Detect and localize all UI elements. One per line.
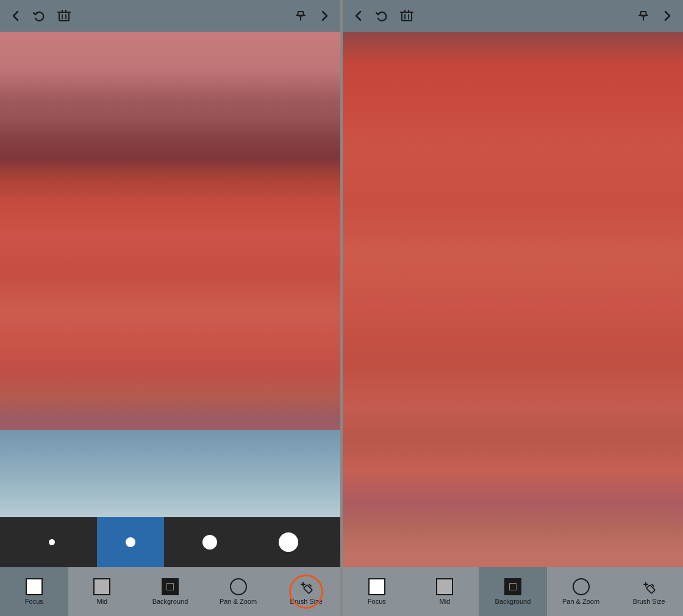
delete-button-right[interactable] xyxy=(400,9,413,23)
brush-dot-xlarge xyxy=(279,532,298,552)
background-inner-left xyxy=(166,583,174,590)
mid-button-right[interactable]: Mid xyxy=(411,567,479,616)
brush-size-small[interactable] xyxy=(18,517,85,567)
undo-button[interactable] xyxy=(33,10,46,22)
svg-rect-0 xyxy=(59,12,69,21)
brush-dot-small xyxy=(49,539,55,545)
brush-size-label-left: Brush Size xyxy=(290,598,323,605)
right-photo-area[interactable] xyxy=(343,32,683,567)
back-button-right[interactable] xyxy=(352,10,365,22)
svg-line-23 xyxy=(652,584,654,586)
right-toolbar-left xyxy=(352,9,413,23)
mid-label-right: Mid xyxy=(440,598,451,605)
brush-size-icon-left xyxy=(298,578,315,595)
left-toolbar-left xyxy=(10,9,71,23)
right-toolbar xyxy=(343,0,683,32)
focus-label-right: Focus xyxy=(368,598,386,605)
pan-zoom-button-right[interactable]: Pan & Zoom xyxy=(547,567,615,616)
pan-zoom-icon-right xyxy=(573,578,590,595)
brush-size-xlarge[interactable] xyxy=(255,517,322,567)
right-panel: Focus Mid Background Pan & Zoom xyxy=(343,0,683,616)
back-button[interactable] xyxy=(10,10,22,22)
background-button-right[interactable]: Background xyxy=(479,567,547,616)
brush-size-label-right: Brush Size xyxy=(633,598,665,605)
svg-rect-12 xyxy=(402,12,412,21)
brush-size-svg-right xyxy=(640,578,657,595)
left-bottom-toolbar: Focus Mid Background Pan & Zoom xyxy=(0,567,340,616)
pin-icon-right[interactable] xyxy=(637,9,650,23)
pan-zoom-button-left[interactable]: Pan & Zoom xyxy=(204,567,273,616)
forward-button[interactable] xyxy=(318,10,331,22)
brush-dot-medium xyxy=(126,537,135,547)
background-button-left[interactable]: Background xyxy=(136,567,204,616)
left-panel: Focus Mid Background Pan & Zoom xyxy=(0,0,340,616)
background-inner-right xyxy=(509,583,517,590)
delete-button[interactable] xyxy=(57,9,71,23)
left-toolbar xyxy=(0,0,340,32)
focus-icon-right xyxy=(368,578,385,595)
brush-size-button-left[interactable]: Brush Size xyxy=(272,567,340,616)
left-toolbar-right xyxy=(294,9,331,23)
right-toolbar-right xyxy=(637,9,673,23)
pan-zoom-label-right: Pan & Zoom xyxy=(562,598,599,605)
focus-button-left[interactable]: Focus xyxy=(0,567,68,616)
focus-icon-left xyxy=(26,578,43,595)
left-brush-size-bar xyxy=(0,517,340,567)
mid-button-left[interactable]: Mid xyxy=(68,567,137,616)
brush-size-large[interactable] xyxy=(176,517,243,567)
left-photo-area[interactable] xyxy=(0,32,340,517)
left-photo-base xyxy=(0,32,340,517)
forward-button-right[interactable] xyxy=(661,10,673,22)
brush-dot-large xyxy=(202,535,217,550)
pan-zoom-label-left: Pan & Zoom xyxy=(220,598,257,605)
pin-icon[interactable] xyxy=(294,9,307,23)
brush-size-button-right[interactable]: Brush Size xyxy=(615,567,683,616)
background-icon-right xyxy=(504,578,521,595)
mid-icon-right xyxy=(436,578,453,595)
mid-icon-left xyxy=(93,578,110,595)
brush-size-svg-left xyxy=(298,578,315,595)
focus-label-left: Focus xyxy=(25,598,43,605)
brush-size-medium[interactable] xyxy=(97,517,164,567)
brush-size-icon-right xyxy=(640,578,657,595)
focus-button-right[interactable]: Focus xyxy=(343,567,411,616)
pan-zoom-icon-left xyxy=(230,578,247,595)
undo-button-right[interactable] xyxy=(376,10,389,22)
mid-label-left: Mid xyxy=(97,598,108,605)
right-bottom-toolbar: Focus Mid Background Pan & Zoom xyxy=(343,567,683,616)
background-label-left: Background xyxy=(152,598,188,605)
background-icon-left xyxy=(162,578,179,595)
svg-line-11 xyxy=(309,584,311,586)
right-photo-base xyxy=(343,32,683,567)
background-label-right: Background xyxy=(495,598,531,605)
